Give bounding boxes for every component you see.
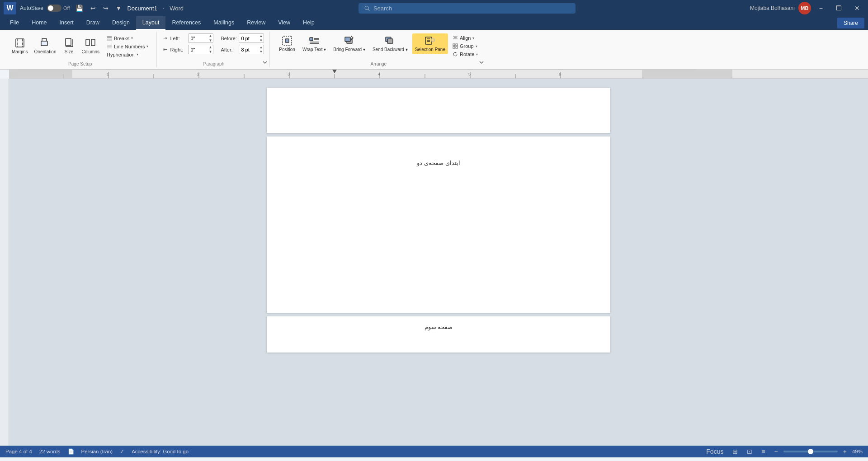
bring-forward-button[interactable]: Bring Forward ▾ (330, 33, 368, 54)
before-up[interactable]: ▲ (258, 34, 264, 38)
close-button[interactable]: ✕ (850, 3, 864, 14)
before-down[interactable]: ▼ (258, 38, 264, 43)
autosave-label: AutoSave (20, 5, 43, 11)
position-label: Position (279, 47, 295, 52)
svg-text:3: 3 (288, 72, 290, 76)
title-separator: · (163, 5, 164, 11)
share-button[interactable]: Share (837, 18, 864, 28)
left-down[interactable]: ▼ (208, 38, 213, 43)
right-up[interactable]: ▲ (208, 45, 213, 50)
align-icon (453, 35, 458, 41)
position-button[interactable]: Position (276, 33, 298, 54)
group-icon (453, 43, 458, 49)
page-info[interactable]: Page 4 of 4 (5, 449, 32, 454)
word-count[interactable]: 22 words (39, 449, 61, 454)
after-up[interactable]: ▲ (258, 45, 264, 50)
spacing-after-row: After: ▲ ▼ (221, 45, 264, 54)
left-margin (0, 79, 9, 446)
tab-home[interactable]: Home (25, 16, 53, 30)
position-icon (282, 35, 292, 46)
redo-button[interactable]: ↪ (101, 4, 110, 13)
size-button[interactable]: Size (60, 36, 78, 56)
align-button[interactable]: Align ▾ (450, 34, 481, 42)
right-value[interactable] (189, 47, 208, 53)
orientation-button[interactable]: Orientation (32, 36, 59, 56)
page-3-partial[interactable]: صفحه سوم (267, 316, 610, 353)
paragraph-label: Paragraph (158, 61, 269, 66)
page-3-text: صفحه سوم (425, 324, 453, 330)
tab-help[interactable]: Help (297, 16, 321, 30)
zoom-out-button[interactable]: − (773, 447, 780, 456)
main-area: ابتدای صفحه‌ی دو صفحه سوم (0, 79, 868, 446)
save-button[interactable]: 💾 (74, 4, 85, 13)
columns-button[interactable]: Columns (79, 36, 102, 56)
breaks-button[interactable]: Breaks ▾ (104, 35, 151, 42)
margins-button[interactable]: Margins (9, 36, 31, 56)
document-area[interactable]: ابتدای صفحه‌ی دو صفحه سوم (9, 79, 868, 446)
bring-forward-icon (344, 35, 355, 46)
svg-rect-39 (456, 47, 458, 48)
wrap-text-button[interactable]: Wrap Text ▾ (300, 33, 329, 54)
tab-view[interactable]: View (272, 16, 297, 30)
svg-rect-32 (431, 39, 434, 41)
right-down[interactable]: ▼ (208, 50, 213, 54)
language[interactable]: Persian (Iran) (81, 449, 113, 454)
tab-file[interactable]: File (4, 16, 25, 30)
zoom-controls: − + 49% (773, 447, 863, 456)
tab-insert[interactable]: Insert (53, 16, 80, 30)
rotate-button[interactable]: Rotate ▾ (450, 51, 481, 58)
minimize-button[interactable]: − (815, 3, 827, 14)
indent-icon: ⇥ (163, 35, 167, 41)
restore-button[interactable]: ⧠ (831, 3, 846, 14)
page-2-text: ابتدای صفحه‌ی دو (417, 160, 460, 166)
rotate-icon (453, 52, 458, 57)
left-input[interactable]: ▲ ▼ (188, 33, 213, 43)
zoom-slider[interactable] (783, 451, 838, 452)
svg-rect-18 (285, 39, 289, 42)
autosave-toggle[interactable]: Off (47, 5, 70, 12)
left-value[interactable] (189, 35, 208, 42)
group-button[interactable]: Group ▾ (450, 42, 481, 50)
search-box[interactable] (359, 3, 576, 14)
before-input[interactable]: ▲ ▼ (239, 33, 264, 43)
line-numbers-button[interactable]: Line Numbers ▾ (104, 43, 151, 50)
user-name: Mojtaba Bolhasani (750, 5, 795, 11)
zoom-percent[interactable]: 49% (852, 449, 863, 454)
right-input[interactable]: ▲ ▼ (188, 45, 213, 54)
page-2[interactable]: ابتدای صفحه‌ی دو (267, 136, 610, 313)
after-down[interactable]: ▼ (258, 50, 264, 54)
tab-draw[interactable]: Draw (80, 16, 106, 30)
accessibility-text[interactable]: Accessibility: Good to go (132, 449, 189, 454)
zoom-slider-thumb[interactable] (808, 449, 813, 454)
hyphenation-button[interactable]: Hyphenation ▾ (104, 51, 151, 58)
print-layout-button[interactable]: ⊞ (731, 447, 740, 456)
accessibility-icon: ✓ (120, 448, 124, 455)
svg-rect-10 (86, 39, 90, 46)
right-label: Right: (170, 47, 186, 52)
page-top-partial[interactable] (267, 88, 610, 133)
after-input[interactable]: ▲ ▼ (239, 45, 264, 54)
arrange-content: Position Wrap Text ▾ (276, 33, 481, 58)
web-layout-button[interactable]: ⊡ (745, 447, 754, 456)
tab-review[interactable]: Review (241, 16, 272, 30)
tab-layout[interactable]: Layout (136, 16, 166, 30)
undo-button[interactable]: ↩ (89, 4, 98, 13)
before-value[interactable] (239, 35, 258, 42)
tab-mailings[interactable]: Mailings (207, 16, 241, 30)
search-icon (364, 5, 370, 11)
after-value[interactable] (239, 47, 258, 53)
tab-design[interactable]: Design (106, 16, 136, 30)
tab-references[interactable]: References (165, 16, 207, 30)
more-button[interactable]: ▼ (114, 4, 124, 13)
svg-rect-6 (41, 41, 47, 46)
zoom-in-button[interactable]: + (841, 447, 849, 456)
send-backward-button[interactable]: Send Backward ▾ (370, 33, 410, 54)
left-up[interactable]: ▲ (208, 34, 213, 38)
focus-button[interactable]: Focus (704, 447, 725, 456)
proofing-icon[interactable]: 📄 (68, 448, 74, 455)
search-input[interactable] (373, 5, 570, 12)
reader-view-button[interactable]: ≡ (760, 447, 767, 456)
selection-pane-button[interactable]: Selection Pane (412, 33, 448, 54)
margins-icon (14, 38, 25, 48)
svg-rect-25 (345, 37, 350, 42)
